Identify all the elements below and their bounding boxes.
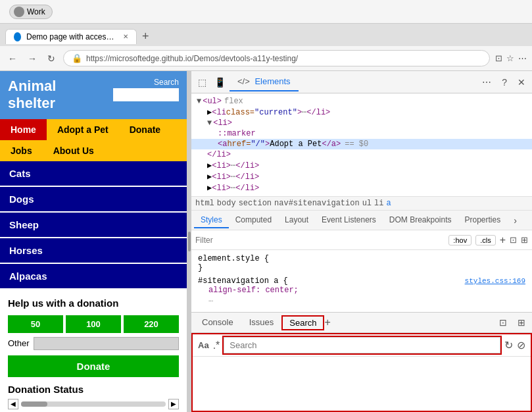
amount-220[interactable]: 220 bbox=[124, 315, 179, 333]
tree-line-li4[interactable]: ▶ <li> ⋯ </li> bbox=[191, 182, 532, 193]
amount-50[interactable]: 50 bbox=[8, 315, 63, 333]
bc-ul[interactable]: ul bbox=[362, 199, 372, 208]
bottom-tab-search[interactable]: Search bbox=[281, 315, 324, 330]
amount-100[interactable]: 100 bbox=[66, 315, 121, 333]
nav-home[interactable]: Home bbox=[0, 119, 47, 140]
style-filter-input[interactable] bbox=[195, 236, 445, 245]
scroll-thumb[interactable] bbox=[21, 401, 47, 407]
toggle-element-state-button[interactable]: ⊞ bbox=[521, 235, 528, 245]
sidebar-item-sheep[interactable]: Sheep bbox=[0, 213, 187, 237]
bc-body[interactable]: body bbox=[217, 199, 236, 208]
tree-line-li-current[interactable]: ▶ <li class= "current" > ⋯ </li> bbox=[191, 107, 532, 118]
close-bottom-panel-button[interactable]: ⊞ bbox=[514, 315, 529, 330]
undock-button[interactable]: ⊡ bbox=[495, 315, 511, 330]
browser-chrome: Work Demo page with accessibility iss ✕ … bbox=[0, 0, 532, 71]
css-rule-element-style: element.style { } bbox=[198, 254, 525, 272]
tree-line-li[interactable]: ▼ <li> bbox=[191, 118, 532, 128]
favorites-button[interactable]: ☆ bbox=[506, 53, 514, 63]
tree-line-li3[interactable]: ▶ <li> ⋯ </li> bbox=[191, 171, 532, 182]
tree-line-a[interactable]: <a href= "/" > Adopt a Pet </a> == $0 bbox=[191, 139, 532, 149]
tab-bar: Demo page with accessibility iss ✕ + bbox=[0, 24, 532, 46]
devtools-toolbar: ⬚ 📱 </> Elements ⋯ ? ✕ bbox=[191, 71, 532, 93]
site-search-input[interactable] bbox=[113, 88, 179, 101]
sidebar-item-dogs[interactable]: Dogs bbox=[0, 187, 187, 211]
search-toolbar: Aa .* ↻ ⊘ bbox=[193, 334, 531, 357]
css-prop-align-self[interactable]: align-self: center; bbox=[198, 286, 525, 295]
address-input[interactable]: 🔒 https://microsoftedge.github.io/Demos/… bbox=[63, 50, 490, 66]
more-tools-button[interactable]: ⋯ bbox=[478, 74, 495, 90]
profile-label: Work bbox=[27, 7, 45, 16]
search-regex[interactable]: .* bbox=[213, 340, 220, 351]
donation-amounts: 50 100 220 bbox=[8, 315, 179, 333]
sidebar-list: Cats Dogs Sheep Horses Alpacas bbox=[0, 161, 187, 288]
tree-line-ul[interactable]: ▼ <ul> flex bbox=[191, 96, 532, 107]
bottom-tab-issues[interactable]: Issues bbox=[241, 315, 282, 331]
nav-adopt[interactable]: Adopt a Pet bbox=[47, 119, 119, 140]
scroll-right-button[interactable]: ▶ bbox=[168, 399, 179, 409]
sidebar-item-alpacas[interactable]: Alpacas bbox=[0, 264, 187, 288]
more-style-tabs-button[interactable]: › bbox=[510, 213, 521, 228]
bc-section[interactable]: section bbox=[239, 199, 272, 208]
css-prop-more: … bbox=[198, 295, 525, 304]
bc-nav[interactable]: nav#sitenavigation bbox=[274, 199, 360, 208]
nav-about[interactable]: About Us bbox=[43, 140, 105, 161]
nav-row-1: Home Adopt a Pet Donate bbox=[0, 119, 187, 140]
bottom-tab-console[interactable]: Console bbox=[194, 315, 241, 331]
filter-cls-button[interactable]: .cls bbox=[475, 235, 496, 245]
nav-row-2: Jobs About Us bbox=[0, 140, 187, 161]
forward-button[interactable]: → bbox=[25, 51, 39, 66]
tree-line-li2[interactable]: ▶ <li> ⋯ </li> bbox=[191, 160, 532, 171]
back-button[interactable]: ← bbox=[5, 51, 20, 66]
other-label: Other bbox=[8, 338, 30, 348]
style-tab-layout[interactable]: Layout bbox=[278, 213, 315, 228]
devtools-toolbar-right: ⋯ ? ✕ bbox=[478, 74, 529, 90]
address-text: https://microsoftedge.github.io/Demos/de… bbox=[86, 54, 298, 63]
more-button[interactable]: ⋯ bbox=[518, 53, 527, 63]
css-source-link[interactable]: styles.css:169 bbox=[465, 277, 525, 285]
panel-resizer[interactable] bbox=[187, 71, 191, 412]
scroll-left-button[interactable]: ◀ bbox=[8, 399, 18, 409]
style-tab-styles[interactable]: Styles bbox=[194, 213, 229, 228]
add-style-rule-button[interactable]: + bbox=[500, 234, 506, 246]
split-view-button[interactable]: ⊡ bbox=[495, 53, 502, 63]
tab-title: Demo page with accessibility iss bbox=[26, 32, 115, 41]
active-tab[interactable]: Demo page with accessibility iss ✕ bbox=[5, 29, 137, 44]
new-tab-button[interactable]: + bbox=[137, 30, 155, 43]
devtools-settings-button[interactable]: ✕ bbox=[514, 74, 529, 90]
css-selector-element-style[interactable]: element.style { bbox=[198, 254, 525, 263]
style-tab-event-listeners[interactable]: Event Listeners bbox=[315, 213, 383, 228]
search-clear-button[interactable]: ⊘ bbox=[517, 339, 525, 351]
css-selector-sitenavigation[interactable]: #sitenavigation a { bbox=[198, 276, 288, 286]
html-tree: ▼ <ul> flex ▶ <li class= "current" > ⋯ <… bbox=[191, 93, 532, 197]
filter-hover-button[interactable]: :hov bbox=[448, 235, 472, 245]
search-area: Search bbox=[113, 78, 179, 101]
site-title: Animal shelter bbox=[8, 78, 56, 113]
tree-line-close-li[interactable]: </li> bbox=[191, 149, 532, 160]
add-bottom-tab-button[interactable]: + bbox=[324, 317, 330, 328]
help-button[interactable]: ? bbox=[498, 74, 511, 90]
nav-jobs[interactable]: Jobs bbox=[0, 140, 43, 161]
bc-html[interactable]: html bbox=[195, 199, 214, 208]
device-toolbar-button[interactable]: 📱 bbox=[210, 74, 230, 90]
tab-elements[interactable]: </> Elements bbox=[230, 72, 299, 91]
search-refresh-button[interactable]: ↻ bbox=[504, 339, 513, 351]
profile-button[interactable]: Work bbox=[9, 5, 53, 19]
sidebar-item-cats[interactable]: Cats bbox=[0, 161, 187, 186]
search-case-sensitive[interactable]: Aa bbox=[198, 340, 209, 350]
other-row: Other bbox=[8, 337, 179, 350]
sidebar-item-horses[interactable]: Horses bbox=[0, 238, 187, 263]
tree-line-marker[interactable]: ::marker bbox=[191, 128, 532, 139]
style-tab-computed[interactable]: Computed bbox=[229, 213, 278, 228]
style-tab-properties[interactable]: Properties bbox=[458, 213, 508, 228]
inspect-element-button[interactable]: ⬚ bbox=[194, 74, 210, 90]
nav-donate[interactable]: Donate bbox=[119, 119, 171, 140]
search-input[interactable] bbox=[224, 337, 500, 353]
new-style-rule-button[interactable]: ⊡ bbox=[510, 235, 517, 245]
donate-button[interactable]: Donate bbox=[8, 355, 179, 377]
bc-li[interactable]: li bbox=[374, 199, 383, 208]
style-tab-dom-breakpoints[interactable]: DOM Breakpoints bbox=[383, 213, 458, 228]
refresh-button[interactable]: ↻ bbox=[45, 51, 58, 66]
tab-close-button[interactable]: ✕ bbox=[123, 33, 128, 40]
bc-a[interactable]: a bbox=[386, 199, 391, 208]
other-input[interactable] bbox=[34, 337, 179, 350]
